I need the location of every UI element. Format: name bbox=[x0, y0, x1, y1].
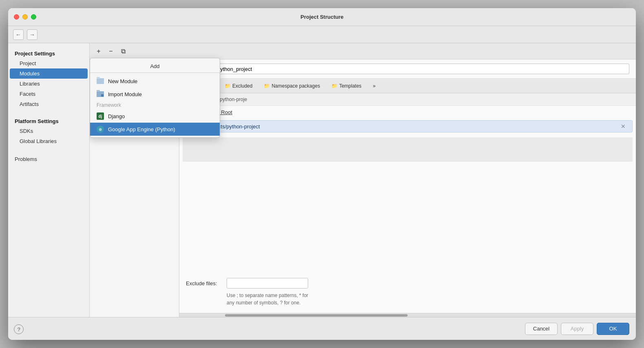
main-window: Project Structure ← → Project Settings P… bbox=[8, 8, 636, 340]
exclude-section: Exclude files: Use ; to separate name pa… bbox=[179, 271, 636, 313]
sidebar-item-facets[interactable]: Facets bbox=[8, 89, 89, 99]
scrollbar-area[interactable] bbox=[179, 134, 636, 271]
remove-button[interactable]: − bbox=[105, 46, 117, 57]
scrollbar-h-thumb[interactable] bbox=[225, 314, 408, 317]
new-module-item[interactable]: New Module bbox=[90, 75, 220, 88]
sidebar-item-problems[interactable]: Problems bbox=[8, 153, 89, 164]
cancel-button[interactable]: Cancel bbox=[525, 323, 558, 335]
sidebar-item-project[interactable]: Project bbox=[8, 58, 89, 68]
sidebar-item-artifacts[interactable]: Artifacts bbox=[8, 99, 89, 109]
platform-settings-heading: Platform Settings bbox=[8, 116, 89, 126]
back-icon: ← bbox=[15, 31, 21, 38]
gae-icon: ⊕ bbox=[97, 126, 104, 133]
minimize-button[interactable] bbox=[22, 14, 28, 20]
ok-button[interactable]: OK bbox=[597, 323, 629, 335]
maximize-button[interactable] bbox=[31, 14, 36, 20]
back-button[interactable]: ← bbox=[13, 29, 24, 40]
sidebar-spacer-2 bbox=[8, 146, 89, 153]
title-bar: Project Structure bbox=[8, 8, 636, 26]
toolbar: + − ⧉ Add New Module bbox=[90, 43, 636, 59]
tab-more[interactable]: » bbox=[368, 81, 381, 91]
apply-button[interactable]: Apply bbox=[561, 323, 593, 335]
framework-section-label: Framework bbox=[90, 101, 220, 110]
sidebar: Project Settings Project Modules Librari… bbox=[8, 43, 90, 317]
import-module-item[interactable]: Import Module bbox=[90, 88, 220, 101]
sidebar-item-modules[interactable]: Modules bbox=[10, 68, 88, 79]
django-item[interactable]: dj Django bbox=[90, 110, 220, 123]
sidebar-spacer bbox=[8, 109, 89, 116]
forward-icon: → bbox=[29, 31, 35, 38]
dropdown-header: Add bbox=[90, 60, 220, 73]
copy-button[interactable]: ⧉ bbox=[117, 46, 129, 57]
forward-button[interactable]: → bbox=[27, 29, 37, 40]
import-module-icon bbox=[97, 90, 104, 98]
django-label: Django bbox=[108, 113, 125, 119]
templates-folder-icon: 📁 bbox=[331, 83, 337, 89]
tab-excluded[interactable]: 📁 Excluded bbox=[219, 81, 258, 91]
new-module-label: New Module bbox=[108, 78, 137, 84]
help-button[interactable]: ? bbox=[14, 324, 24, 334]
sidebar-item-libraries[interactable]: Libraries bbox=[8, 79, 89, 89]
content-root-item: /...IdeaProjects/python-project ✕ bbox=[183, 120, 633, 132]
import-module-label: Import Module bbox=[108, 91, 142, 97]
module-name-input[interactable] bbox=[214, 64, 629, 74]
content-area: + − ⧉ Add New Module bbox=[90, 43, 636, 317]
exclude-row: Exclude files: bbox=[186, 278, 629, 289]
exclude-label: Exclude files: bbox=[186, 280, 223, 286]
add-dropdown-menu: Add New Module bbox=[90, 58, 220, 138]
add-content-root-row[interactable]: + Add Content Root bbox=[179, 106, 636, 119]
django-icon: dj bbox=[97, 112, 104, 120]
gae-label: Google App Engine (Python) bbox=[108, 126, 175, 132]
nav-bar: ← → bbox=[8, 26, 636, 43]
sidebar-item-sdks[interactable]: SDKs bbox=[8, 126, 89, 136]
sidebar-item-global-libraries[interactable]: Global Libraries bbox=[8, 136, 89, 146]
traffic-lights bbox=[14, 14, 36, 20]
exclude-hint: Use ; to separate name patterns, * for a… bbox=[227, 292, 316, 306]
name-row: Name: bbox=[179, 59, 636, 79]
bottom-bar: ? Cancel Apply OK bbox=[8, 317, 636, 340]
new-module-icon bbox=[97, 77, 104, 85]
tab-namespace-packages[interactable]: 📁 Namespace packages bbox=[258, 81, 325, 91]
gae-item[interactable]: ⊕ Google App Engine (Python) bbox=[90, 123, 220, 136]
add-button[interactable]: + bbox=[93, 46, 104, 57]
horizontal-scrollbar[interactable] bbox=[179, 313, 636, 317]
project-settings-heading: Project Settings bbox=[8, 48, 89, 58]
content-root-path: /...IdeaProjects/python-proje bbox=[179, 93, 636, 106]
close-button[interactable] bbox=[14, 14, 19, 20]
tab-templates[interactable]: 📁 Templates bbox=[326, 81, 367, 91]
main-content: Project Settings Project Modules Librari… bbox=[8, 43, 636, 317]
namespace-folder-icon: 📁 bbox=[264, 83, 270, 89]
exclude-input[interactable] bbox=[227, 278, 308, 289]
window-title: Project Structure bbox=[300, 14, 343, 20]
tabs-row: ⬜ Sources 📁 Excluded 📁 Namespace package… bbox=[179, 79, 636, 93]
module-details: Name: ⬜ Sources 📁 Excluded bbox=[179, 59, 636, 317]
content-root-close-button[interactable]: ✕ bbox=[621, 123, 626, 130]
excluded-folder-icon: 📁 bbox=[225, 83, 231, 89]
